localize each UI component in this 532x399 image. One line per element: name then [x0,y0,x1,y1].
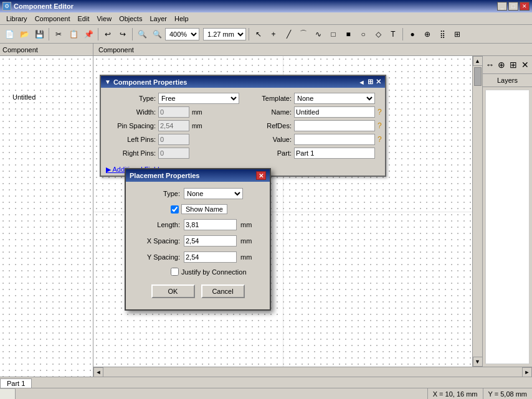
new-button[interactable]: 📄 [2,27,16,41]
dialog-body: Type: None Left Right Top Bottom [126,182,270,309]
dlg-length-row: Length: mm [133,219,262,230]
dlg-y-spacing-label: Y Spacing: [133,253,180,261]
dlg-x-spacing-input[interactable] [184,235,237,246]
y-coord: Y = 5,08 mm [483,388,532,400]
left-grid [0,56,93,377]
zoom-in-button[interactable]: 🔍 [135,27,149,41]
dlg-x-spacing-row: X Spacing: mm [133,235,262,246]
right-tool-2[interactable]: ⊕ [496,59,508,71]
scroll-track [473,66,483,357]
draw-filled-rect-button[interactable]: ■ [341,27,355,41]
save-button[interactable]: 💾 [32,27,46,41]
dlg-type-label: Type: [133,190,180,197]
copy-button[interactable]: 📋 [67,27,80,41]
dlg-justify-row: Justify by Connection [171,268,262,276]
close-button[interactable]: ✕ [520,2,530,11]
draw-text-button[interactable]: T [386,27,400,41]
snap-button[interactable]: ⊞ [450,27,464,41]
undo-button[interactable]: ↩ [101,27,115,41]
main-container: Component Untitled Component [0,44,532,399]
layers-area [485,90,530,364]
draw-arc-button[interactable]: ⌒ [297,27,310,41]
component-header-label: Component [2,46,38,54]
layers-label: Layers [483,74,532,87]
tab-part1[interactable]: Part 1 [0,378,32,388]
menu-layer[interactable]: Layer [146,14,171,24]
right-panel: ↔ ⊕ ⊞ ✕ Layers [482,56,532,367]
dlg-length-label: Length: [133,221,180,228]
show-name-checkbox[interactable] [171,205,179,214]
open-button[interactable]: 📂 [17,27,31,41]
dlg-x-spacing-unit: mm [240,237,253,245]
scroll-right-button[interactable]: ► [522,367,532,377]
add-pin-button[interactable]: + [267,27,280,41]
grid-dropdown[interactable]: 1.27 mm 2.54 mm [203,28,246,40]
menu-edit[interactable]: Edit [74,14,93,24]
toolbar-separator-3 [132,28,133,40]
paste-button[interactable]: 📌 [82,27,95,41]
content-area: Component Untitled Component [0,44,532,377]
menu-help[interactable]: Help [171,14,192,24]
ok-button[interactable]: OK [151,284,195,298]
pin-mode-button[interactable]: ● [406,27,419,41]
status-tab-1 [0,388,16,399]
component-label: Component [98,46,134,54]
draw-line-button[interactable]: ╱ [282,27,295,41]
maximize-button[interactable]: □ [508,2,518,11]
x-coord: X = 10, 16 mm [427,388,483,400]
toolbar-separator-4 [249,28,249,40]
draw-ellipse-button[interactable]: ○ [356,27,370,41]
right-close[interactable]: ✕ [519,59,531,71]
canvas-right-area: ▼ Component Properties ◄ ⊞ ✕ [93,56,532,367]
untitled-label: Untitled [12,93,36,101]
dialog-title-text: Placement Properties [130,172,200,179]
horizontal-scrollbar: ◄ ► [93,367,532,377]
menu-component[interactable]: Component [31,14,74,24]
draw-bezier-button[interactable]: ∿ [311,27,325,41]
right-tool-3[interactable]: ⊞ [508,59,520,71]
connect-button[interactable]: ⊕ [420,27,434,41]
dlg-length-unit: mm [240,221,253,228]
dlg-y-spacing-input[interactable] [184,251,237,263]
right-tool-1[interactable]: ↔ [484,59,496,71]
scroll-down-button[interactable]: ▼ [473,357,483,367]
canvas-area: ▼ Component Properties ◄ ⊞ ✕ [93,56,472,367]
menu-view[interactable]: View [93,14,115,24]
center-right-wrapper: Component ▼ Component Prop [93,44,532,377]
dlg-y-spacing-row: Y Spacing: mm [133,251,262,263]
cut-button[interactable]: ✂ [52,27,65,41]
menu-library[interactable]: Library [2,14,31,24]
dlg-show-name-row: Show Name [171,204,262,214]
dialog-close-button[interactable]: ✕ [256,171,266,180]
grid-button[interactable]: ⣿ [435,27,449,41]
redo-button[interactable]: ↪ [116,27,130,41]
justify-checkbox[interactable] [171,268,179,276]
show-name-label: Show Name [181,204,227,214]
scroll-left-button[interactable]: ◄ [93,367,103,377]
draw-rect-button[interactable]: □ [326,27,340,41]
dlg-type-select[interactable]: None Left Right Top Bottom [184,188,243,199]
toolbar-separator-5 [402,28,403,40]
scroll-up-button[interactable]: ▲ [473,56,483,66]
component-label-bar: Component [93,44,532,56]
zoom-custom-button[interactable]: 🔍 [150,27,164,41]
window-title: Component Editor [14,2,495,10]
app-icon: ⚙ [2,2,11,11]
menu-objects[interactable]: Objects [115,14,146,24]
scroll-thumb[interactable] [474,67,482,86]
cancel-button[interactable]: Cancel [201,284,245,298]
select-tool[interactable]: ↖ [252,27,265,41]
dlg-length-input[interactable] [184,219,237,230]
left-panel: Component Untitled [0,44,93,377]
draw-poly-button[interactable]: ◇ [371,27,385,41]
placement-properties-dialog: Placement Properties ✕ Type: None Left [125,168,271,311]
tab-bar: Part 1 [0,377,532,388]
minimize-button[interactable]: _ [497,2,507,11]
dlg-type-row: Type: None Left Right Top Bottom [133,188,262,199]
zoom-dropdown[interactable]: 400% 200% 100% [165,28,199,40]
dlg-x-spacing-label: X Spacing: [133,237,180,245]
component-header: Component [0,44,93,56]
menu-bar: Library Component Edit View Objects Laye… [0,12,532,25]
status-bar: X = 10, 16 mm Y = 5,08 mm [0,388,532,399]
toolbar: 📄 📂 💾 ✂ 📋 📌 ↩ ↪ 🔍 🔍 400% 200% 100% 1.27 … [0,25,532,44]
